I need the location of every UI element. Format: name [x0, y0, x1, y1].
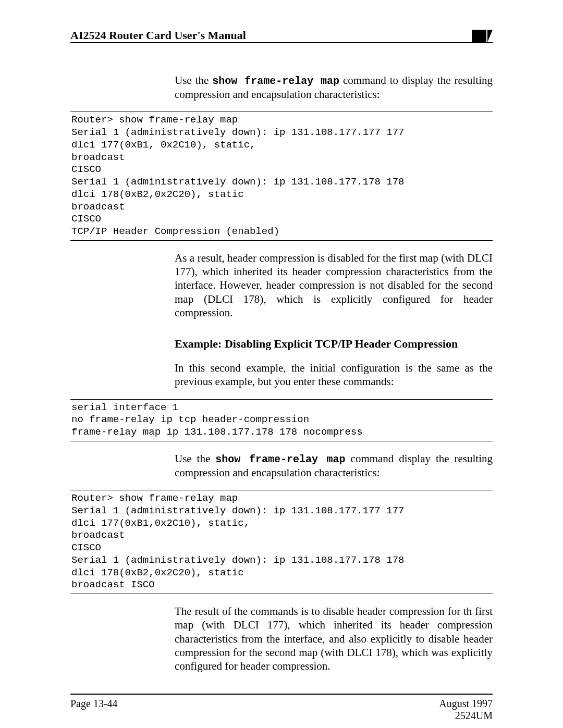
page-footer: Page 13-44 August 1997 2524UM: [70, 698, 493, 722]
footer-doc-id: 2524UM: [455, 710, 493, 721]
p1-cmd: show frame-relay map: [212, 75, 339, 87]
footer-date: August 1997: [439, 698, 493, 709]
page-header: AI2524 Router Card User's Manual: [70, 29, 493, 42]
p2-text: As a result, header compression is disab…: [175, 251, 493, 319]
footer-page-number: Page 13-44: [70, 698, 118, 722]
paragraph-3: In this second example, the initial conf…: [175, 361, 493, 389]
p4-cmd: show frame-relay map: [215, 453, 345, 465]
paragraph-5: The result of the commands is to disable…: [175, 604, 493, 673]
terminal-output-3: Router> show frame-relay map Serial 1 (a…: [70, 490, 493, 594]
brand-logo-icon: [472, 30, 493, 42]
page-content: AI2524 Router Card User's Manual Use the…: [70, 29, 493, 722]
p3-text: In this second example, the initial conf…: [175, 361, 493, 389]
terminal-output-2: serial interface 1 no frame-relay ip tcp…: [70, 400, 493, 441]
p4-pre: Use the: [175, 452, 215, 465]
paragraph-1: Use the show frame-relay map command to …: [175, 73, 493, 101]
svg-marker-1: [487, 30, 493, 42]
paragraph-4: Use the show frame-relay map command dis…: [175, 452, 493, 479]
example-heading-block: Example: Disabling Explicit TCP/IP Heade…: [175, 337, 493, 351]
p1-pre: Use the: [175, 74, 212, 87]
example-heading: Example: Disabling Explicit TCP/IP Heade…: [175, 337, 493, 351]
svg-rect-0: [472, 30, 486, 42]
paragraph-2: As a result, header compression is disab…: [175, 251, 493, 319]
p5-text: The result of the commands is to disable…: [175, 604, 493, 673]
terminal-output-1: Router> show frame-relay map Serial 1 (a…: [70, 112, 493, 240]
header-title: AI2524 Router Card User's Manual: [70, 29, 246, 42]
